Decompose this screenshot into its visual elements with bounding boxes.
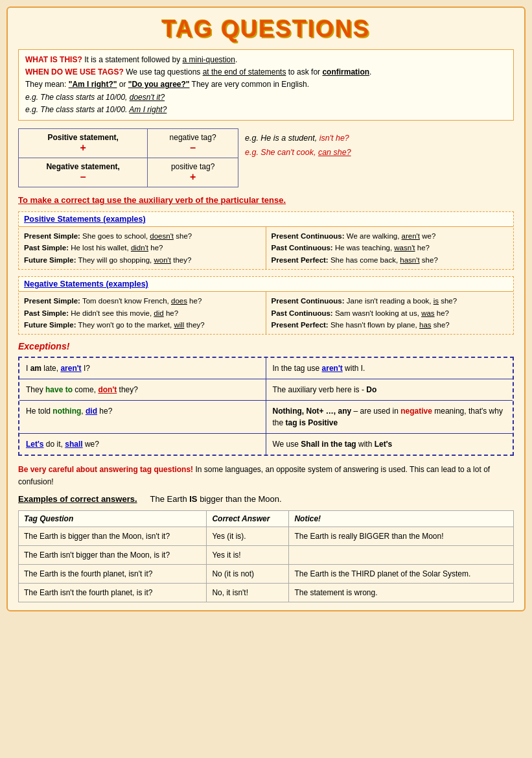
pattern-pos-statement: Positive statement, + <box>19 128 148 158</box>
neg-left-0: Present Simple: Tom doesn't know French,… <box>24 295 260 307</box>
answer-th-2: Notice! <box>289 510 514 527</box>
negative-statements-header: Negative Statements (examples) <box>19 277 513 291</box>
answer-row-1: The Earth isn't bigger than the Moon, is… <box>19 545 514 564</box>
page: TAG QUESTIONS WHAT IS THIS? It is a stat… <box>6 6 526 611</box>
exc-right-3: We use Shall in the tag with Let's <box>266 434 513 455</box>
answer-row-2: The Earth is the fourth planet, isn't it… <box>19 564 514 583</box>
caution-text: Be very careful about answering tag ques… <box>18 464 514 488</box>
pattern-neg-tag: negative tag? – <box>148 128 238 158</box>
earth-example: The Earth IS bigger than the Moon. <box>150 494 282 504</box>
intro-eg1: e.g. The class starts at 10/00, doesn't … <box>25 91 507 104</box>
positive-statements-header: Positive Statements (examples) <box>19 212 513 226</box>
intro-when: WHEN DO WE USE TAGS? We use tag question… <box>25 66 507 78</box>
answer-question-0: The Earth is bigger than the Moon, isn't… <box>19 527 207 545</box>
exc-row-3: Let's do it, shall we? We use Shall in t… <box>19 434 513 455</box>
negative-statements-content: Present Simple: Tom doesn't know French,… <box>19 291 513 334</box>
examples-line: Examples of correct answers. The Earth I… <box>18 494 514 504</box>
answer-row-0: The Earth is bigger than the Moon, isn't… <box>19 527 514 545</box>
pattern-eg2: e.g. She can't cook, can she? <box>245 145 351 160</box>
answer-th-1: Correct Answer <box>207 510 289 527</box>
when-text: We use tag questions <box>126 67 203 77</box>
positive-statements-content: Present Simple: She goes to school, does… <box>19 226 513 269</box>
what-link: a mini-question <box>183 55 235 64</box>
neg-left-1: Past Simple: He didn't see this movie, d… <box>24 307 260 319</box>
exc-row-2: He told nothing, did he? Nothing, Not+ …… <box>19 401 513 434</box>
negative-statements-box: Negative Statements (examples) Present S… <box>18 276 514 335</box>
answer-notice-1 <box>289 545 514 564</box>
neg-left-2: Future Simple: They won't go to the mark… <box>24 319 260 331</box>
exc-right-0: In the tag use aren't with I. <box>266 358 513 379</box>
answer-table: Tag Question Correct Answer Notice! The … <box>18 510 514 602</box>
neg-right-1: Past Continuous: Sam wasn't looking at u… <box>272 307 509 319</box>
pos-left-1: Past Simple: He lost his wallet, didn't … <box>24 242 260 254</box>
answer-correct-0: Yes (it is). <box>207 527 289 545</box>
pattern-examples: e.g. He is a student, isn't he? e.g. She… <box>245 128 351 160</box>
exc-row-0: I am late, aren't I? In the tag use aren… <box>19 358 513 379</box>
answer-notice-2: The Earth is the THIRD planet of the Sol… <box>289 564 514 583</box>
pos-right-2: Present Perfect: She has come back, hasn… <box>272 254 509 266</box>
what-text: It is a statement followed by <box>84 55 182 64</box>
pattern-eg1: e.g. He is a student, isn't he? <box>245 131 351 146</box>
pos-left-0: Present Simple: She goes to school, does… <box>24 230 260 242</box>
rule-line: To make a correct tag use the auxiliary … <box>18 195 514 205</box>
answer-correct-1: Yes it is! <box>207 545 289 564</box>
positive-right: Present Continuous: We are walking, aren… <box>266 227 514 269</box>
pattern-neg-statement: Negative statement, – <box>19 158 148 187</box>
answer-notice-0: The Earth is really BIGGER than the Moon… <box>289 527 514 545</box>
page-title: TAG QUESTIONS <box>18 16 514 43</box>
intro-box: WHAT IS THIS? It is a statement followed… <box>18 49 514 121</box>
neg-right-0: Present Continuous: Jane isn't reading a… <box>272 295 509 307</box>
exc-left-2: He told nothing, did he? <box>19 401 266 433</box>
exceptions-box: I am late, aren't I? In the tag use aren… <box>18 357 514 456</box>
examples-heading: Examples of correct answers. <box>18 494 137 504</box>
exc-left-3: Let's do it, shall we? <box>19 434 266 455</box>
caution-bold: Be very careful about answering tag ques… <box>18 465 193 474</box>
exceptions-title: Exceptions! <box>18 341 514 351</box>
answer-row-3: The Earth isn't the fourth planet, is it… <box>19 583 514 602</box>
exc-left-0: I am late, aren't I? <box>19 358 266 379</box>
when-label: WHEN DO WE USE TAGS? <box>25 67 124 77</box>
when-underline: at the end of statements <box>203 67 286 77</box>
what-label: WHAT IS THIS? <box>25 55 82 64</box>
pattern-table: Positive statement, + negative tag? – Ne… <box>18 128 238 187</box>
negative-left: Present Simple: Tom doesn't know French,… <box>19 292 266 334</box>
pattern-pos-tag: positive tag? + <box>148 158 238 187</box>
pattern-section: Positive statement, + negative tag? – Ne… <box>18 128 514 187</box>
answer-notice-3: The statement is wrong. <box>289 583 514 602</box>
positive-left: Present Simple: She goes to school, does… <box>19 227 266 269</box>
intro-eg2: e.g. The class starts at 10/00. Am I rig… <box>25 104 507 116</box>
intro-what: WHAT IS THIS? It is a statement followed… <box>25 54 507 66</box>
when-bold: confirmation <box>322 67 369 77</box>
intro-they: They mean: "Am I right?" or "Do you agre… <box>25 78 507 91</box>
answer-th-0: Tag Question <box>19 510 207 527</box>
exc-right-2: Nothing, Not+ …, any – are used in negat… <box>266 401 513 433</box>
answer-correct-2: No (it is not) <box>207 564 289 583</box>
answer-question-2: The Earth is the fourth planet, isn't it… <box>19 564 207 583</box>
answer-correct-3: No, it isn't! <box>207 583 289 602</box>
pos-right-0: Present Continuous: We are walking, aren… <box>272 230 509 242</box>
answer-question-3: The Earth isn't the fourth planet, is it… <box>19 583 207 602</box>
positive-statements-box: Positive Statements (examples) Present S… <box>18 211 514 270</box>
neg-right-2: Present Perfect: She hasn't flown by pla… <box>272 319 509 331</box>
negative-right: Present Continuous: Jane isn't reading a… <box>266 292 514 334</box>
exc-row-1: They have to come, don't they? The auxil… <box>19 379 513 401</box>
exc-left-1: They have to come, don't they? <box>19 379 266 400</box>
answer-question-1: The Earth isn't bigger than the Moon, is… <box>19 545 207 564</box>
pos-left-2: Future Simple: They will go shopping, wo… <box>24 254 260 266</box>
pos-right-1: Past Continuous: He was teaching, wasn't… <box>272 242 509 254</box>
exc-right-1: The auxiliary verb here is - Do <box>266 379 513 400</box>
